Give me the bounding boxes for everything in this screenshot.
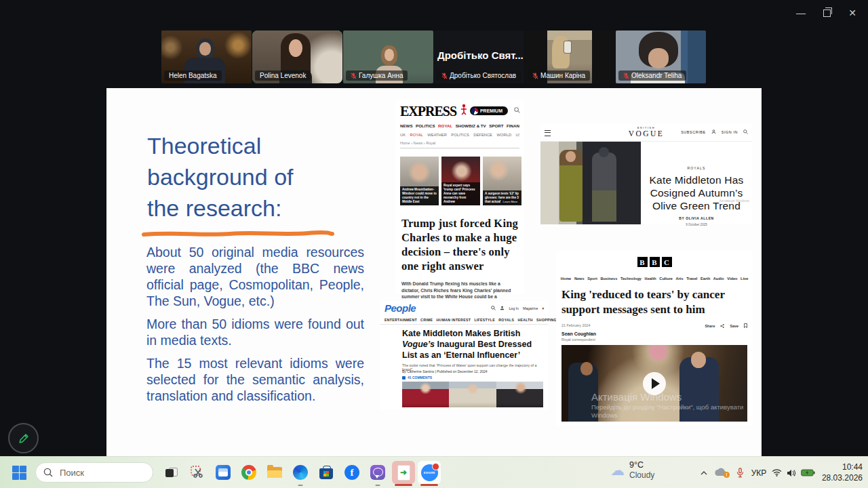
bbc-date: 21 February 2024 [561, 323, 591, 328]
vogue-article-text: ROYALS Kate Middleton Has Cosigned Autum… [641, 142, 752, 224]
nav-item: US [516, 133, 519, 137]
slide-title: Theoretical background of the research: [147, 130, 325, 224]
express-article-thumbnails: Andrew Mountbatten-Windsor could move to… [400, 157, 524, 205]
viber-button[interactable] [366, 461, 389, 484]
subscribe-link: SUBSCRIBE [681, 130, 706, 134]
thumbnail-caption: Royal expert says 'trump card' Princess … [441, 182, 480, 205]
participant-tile-sviatoslav-no-video[interactable]: Дробітько Свят... Дробітько Святослав [434, 30, 524, 83]
people-comments-count: 41 COMMENTS [402, 375, 432, 380]
headline-text: Kate Middleton Makes British [402, 329, 520, 338]
participant-name-label: Машин Каріна [528, 70, 590, 81]
edge-button[interactable] [289, 461, 312, 484]
slide-title-underline [142, 230, 334, 238]
snipping-tool-button[interactable] [186, 461, 209, 484]
zoom-app-button-active[interactable]: zoom [418, 461, 441, 484]
bbc-meta-row: 21 February 2024 Share Save [561, 323, 747, 328]
person-silhouette [648, 48, 669, 68]
close-button[interactable]: ✕ [840, 4, 865, 22]
participant-tile-polina-active-speaker[interactable]: Polina Levenok [252, 30, 342, 83]
participant-tile-anna[interactable]: Галушка Анна [343, 30, 433, 83]
bbc-logo-block: C [662, 257, 672, 267]
taskbar-search[interactable] [35, 462, 153, 483]
phone-silhouette [564, 41, 571, 53]
participant-name-label: Oleksandr Teliha [618, 70, 686, 81]
bbc-logo-block: B [637, 257, 648, 267]
mail-app-button[interactable] [212, 461, 235, 484]
person-silhouette [592, 152, 616, 222]
search-input[interactable] [58, 467, 142, 479]
vogue-screenshot: BRITISH VOGUE SUBSCRIBE SIGN IN ROYALS [540, 125, 752, 224]
shared-file-app-button-active[interactable]: ➜ [392, 461, 415, 484]
restore-button[interactable] [814, 4, 840, 22]
vogue-date: 9 October 2025 [641, 223, 752, 226]
slide-paragraph: The 15 most relevant idioms were selecte… [146, 355, 364, 404]
muted-mic-icon [532, 73, 538, 79]
participant-tile-karina[interactable]: Машин Каріна [525, 30, 615, 83]
people-headline: Kate Middleton Makes British Vogue’s Ina… [402, 328, 543, 361]
search-icon [491, 306, 496, 310]
user-icon [711, 129, 716, 134]
facebook-button[interactable]: f [340, 461, 363, 484]
tray-language[interactable]: УКР [747, 457, 770, 488]
people-logo: People [384, 302, 416, 314]
nav-item: POLITICS [416, 123, 435, 128]
tray-battery[interactable] [799, 457, 816, 488]
snipping-tool-icon [190, 465, 205, 480]
start-button[interactable] [12, 466, 26, 480]
participant-name: Helen Bagatska [169, 70, 217, 81]
participant-tile-helen[interactable]: Helen Bagatska [161, 30, 252, 83]
microsoft-store-icon [319, 468, 333, 479]
express-crusader-icon [460, 104, 469, 116]
task-view-button[interactable] [160, 461, 183, 484]
person-silhouette [289, 39, 302, 57]
bbc-share-save: Share Save [705, 323, 747, 328]
express-headline: Trump just forced King Charles to make a… [401, 216, 518, 273]
nav-item: WEATHER [427, 133, 447, 137]
participant-tile-oleksandr[interactable]: Oleksandr Teliha [616, 30, 706, 83]
notification-dot [432, 463, 439, 470]
learn-more-button: Learn More [500, 199, 520, 204]
kate-olive-suit-photo [540, 142, 641, 224]
cloud-icon: ☁ [610, 463, 625, 477]
windows-logo-icon [20, 473, 26, 480]
share-icon [720, 324, 724, 328]
thumbnail-caption: Andrew Mountbatten-Windsor could move to… [400, 186, 439, 205]
person-silhouette [384, 49, 394, 61]
muted-mic-icon [351, 73, 357, 79]
taskbar-weather[interactable]: ☁ 9°C Cloudy [610, 460, 654, 480]
tray-microphone[interactable] [732, 457, 747, 488]
search-icon [43, 468, 53, 477]
activation-line: Windows [591, 411, 743, 420]
chrome-button[interactable] [237, 461, 260, 484]
article-thumbnail: Andrew Mountbatten-Windsor could move to… [400, 157, 439, 205]
tray-volume[interactable] [784, 457, 799, 488]
nav-item: UK [400, 133, 406, 137]
pencil-icon [18, 432, 30, 445]
tray-onedrive[interactable]: ! [712, 457, 730, 488]
task-view-icon [165, 468, 178, 477]
annotate-pencil-button[interactable] [8, 423, 39, 453]
tray-clock[interactable]: 10:44 28.03.2026 [822, 462, 863, 483]
slide-paragraph: About 50 original media resources were a… [146, 244, 364, 309]
user-icon [500, 306, 505, 310]
express-breadcrumb: Home › News › Royal [400, 141, 519, 145]
mail-app-icon [216, 465, 231, 480]
restore-icon [823, 9, 831, 17]
signin-link: SIGN IN [722, 130, 738, 134]
tray-chevron-up[interactable] [697, 457, 711, 488]
share-label: Share [705, 324, 715, 328]
microphone-icon [736, 468, 744, 478]
participant-name: Галушка Анна [359, 70, 403, 81]
participant-name: Машин Каріна [540, 70, 585, 81]
tray-wifi[interactable] [769, 457, 784, 488]
vogue-category: ROYALS [641, 166, 752, 170]
chrome-icon [241, 465, 256, 480]
muted-mic-icon [623, 73, 629, 79]
file-explorer-button[interactable] [263, 461, 286, 484]
minimize-button[interactable]: — [788, 4, 814, 22]
clock-date: 28.03.2026 [822, 472, 863, 483]
microsoft-store-button[interactable] [315, 461, 338, 484]
search-icon [514, 107, 520, 113]
express-premium-badge: PREMIUM [470, 106, 508, 115]
muted-mic-icon [441, 73, 448, 79]
